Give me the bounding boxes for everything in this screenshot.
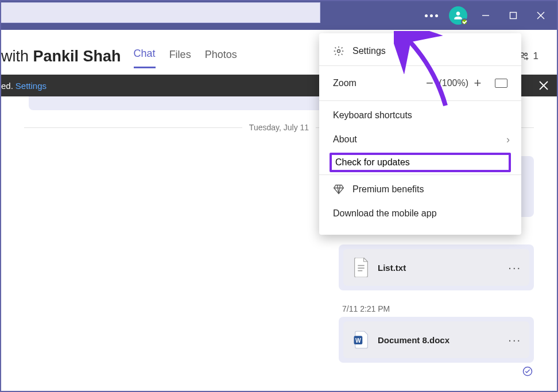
- message-time: 7/11 2:21 PM: [339, 304, 534, 313]
- settings-menu: Settings Zoom − (100%) + Keyboard shortc…: [319, 33, 521, 235]
- menu-keyboard-shortcuts[interactable]: Keyboard shortcuts: [319, 103, 521, 127]
- banner-settings-link[interactable]: Settings: [16, 81, 46, 91]
- menu-label: Download the mobile app: [333, 208, 437, 219]
- file-name: Document 8.docx: [378, 335, 501, 345]
- file-attachment[interactable]: W Document 8.docx ···: [343, 321, 529, 358]
- message-group: 7/11 2:21 PM W Document 8.docx ···: [339, 304, 534, 378]
- word-file-icon: W: [351, 328, 371, 351]
- message-group: List.txt ···: [339, 231, 534, 290]
- message-bubble: W Document 8.docx ···: [339, 317, 534, 363]
- participant-count: 1: [533, 51, 538, 62]
- menu-label: Premium benefits: [352, 184, 424, 195]
- menu-label: Check for updates: [335, 157, 410, 167]
- svg-point-16: [338, 50, 340, 53]
- menu-zoom: Zoom − (100%) +: [319, 68, 521, 98]
- more-options-icon[interactable]: [418, 2, 444, 29]
- menu-check-updates[interactable]: Check for updates: [330, 153, 511, 172]
- svg-rect-1: [510, 13, 517, 19]
- chat-title: with Pankil Shah: [1, 48, 121, 65]
- gear-icon: [333, 45, 344, 57]
- svg-point-5: [525, 53, 527, 56]
- menu-label: Keyboard shortcuts: [333, 110, 412, 121]
- banner-close-button[interactable]: [534, 75, 553, 96]
- svg-text:W: W: [355, 337, 361, 344]
- tab-files[interactable]: Files: [169, 45, 191, 68]
- presence-badge: [461, 18, 468, 25]
- zoom-value: (100%): [439, 78, 468, 88]
- banner-text: ed.: [1, 81, 13, 91]
- fullscreen-icon[interactable]: [495, 79, 507, 88]
- zoom-out-button[interactable]: −: [420, 76, 439, 91]
- zoom-label: Zoom: [333, 78, 356, 88]
- close-button[interactable]: [527, 2, 555, 29]
- menu-label: About: [333, 134, 357, 145]
- menu-label: Settings: [352, 46, 386, 56]
- menu-settings[interactable]: Settings: [319, 39, 521, 63]
- title-bar: [1, 1, 557, 30]
- menu-premium[interactable]: Premium benefits: [319, 177, 521, 201]
- read-receipt-icon: [521, 365, 534, 378]
- tab-bar: Chat Files Photos: [134, 44, 237, 68]
- menu-about[interactable]: About ›: [319, 127, 521, 152]
- file-attachment[interactable]: List.txt ···: [343, 249, 529, 286]
- chevron-right-icon: ›: [506, 134, 510, 146]
- minimize-button[interactable]: [472, 2, 499, 29]
- message-bubble: List.txt ···: [339, 244, 534, 290]
- zoom-in-button[interactable]: +: [468, 76, 487, 91]
- avatar[interactable]: [449, 6, 467, 25]
- diamond-icon: [333, 184, 344, 195]
- tab-chat[interactable]: Chat: [134, 44, 156, 68]
- maximize-button[interactable]: [499, 2, 527, 29]
- date-divider-text: Tuesday, July 11: [242, 123, 316, 132]
- text-file-icon: [351, 256, 371, 279]
- menu-download-app[interactable]: Download the mobile app: [319, 201, 521, 226]
- tab-photos[interactable]: Photos: [205, 45, 237, 68]
- file-more-button[interactable]: ···: [508, 333, 521, 347]
- message-bubble: [29, 96, 327, 110]
- search-input[interactable]: [1, 2, 320, 23]
- file-name: List.txt: [378, 263, 501, 273]
- file-more-button[interactable]: ···: [508, 261, 521, 274]
